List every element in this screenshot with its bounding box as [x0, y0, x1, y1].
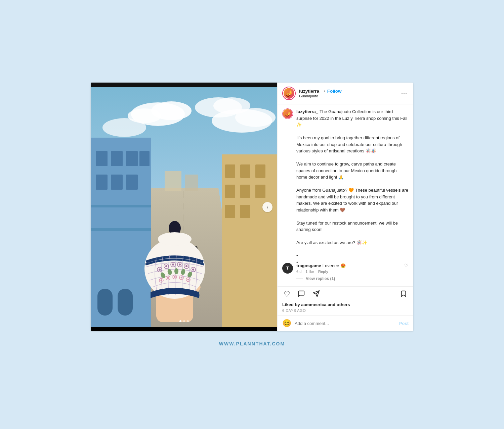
post-content-panel: 🪔 luzytierra_ • Follow Guanajuato ··· 🪔 … — [277, 83, 413, 331]
svg-point-54 — [165, 265, 167, 267]
svg-rect-23 — [222, 154, 277, 327]
svg-point-62 — [192, 269, 194, 271]
svg-point-71 — [167, 277, 169, 279]
comment-row: T tragosgameLoveeee 😍 6 d 1 like Reply ♡ — [282, 263, 409, 274]
view-replies-line — [296, 279, 303, 279]
caption-row: 🪔 luzytierra_The Guanajuato Collection i… — [282, 108, 409, 263]
svg-rect-21 — [91, 205, 151, 207]
bookmark-button[interactable] — [398, 289, 409, 300]
svg-rect-12 — [96, 151, 108, 166]
svg-point-56 — [172, 264, 174, 266]
svg-rect-30 — [225, 205, 235, 218]
svg-rect-25 — [240, 164, 250, 178]
caption-text: luzytierra_The Guanajuato Collection is … — [296, 108, 409, 263]
comment-like-icon[interactable]: ♡ — [404, 263, 409, 268]
svg-point-7 — [235, 108, 276, 127]
svg-point-65 — [174, 268, 178, 274]
svg-rect-28 — [240, 185, 250, 198]
dot-1 — [179, 320, 181, 322]
post-location: Guanajuato — [299, 94, 396, 98]
dot-separator: • — [324, 89, 325, 94]
svg-point-58 — [179, 264, 181, 266]
dot-3 — [187, 320, 189, 322]
svg-rect-19 — [97, 289, 113, 316]
svg-rect-17 — [111, 175, 123, 190]
svg-rect-18 — [126, 175, 138, 190]
avatar-image: 🪔 — [284, 88, 294, 99]
svg-rect-31 — [240, 205, 250, 218]
post-caption-area: 🪔 luzytierra_The Guanajuato Collection i… — [278, 104, 413, 263]
svg-point-8 — [102, 118, 146, 137]
svg-rect-22 — [91, 228, 151, 231]
commenter-username[interactable]: tragosgame — [296, 263, 321, 268]
svg-rect-15 — [139, 151, 150, 166]
svg-rect-27 — [225, 185, 235, 198]
svg-rect-16 — [96, 175, 108, 190]
view-replies-button[interactable]: View replies (1) — [306, 276, 335, 281]
svg-rect-32 — [165, 171, 181, 191]
comment-likes: 1 like — [305, 270, 314, 274]
comment-body: tragosgameLoveeee 😍 6 d 1 like Reply — [296, 263, 401, 274]
svg-point-52 — [159, 269, 161, 271]
post-card: › 🪔 luzytierra_ • Follow Guanajuato — [91, 83, 413, 331]
post-image: › — [91, 87, 277, 327]
emoji-button[interactable]: 😊 — [282, 319, 291, 328]
comment-text: tragosgameLoveeee 😍 — [296, 263, 401, 269]
timestamp-row: 6 DAYS AGO — [278, 308, 413, 315]
comment-section: T tragosgameLoveeee 😍 6 d 1 like Reply ♡… — [278, 263, 413, 286]
share-button[interactable] — [311, 289, 321, 300]
like-button[interactable]: ♡ — [282, 289, 292, 299]
svg-rect-20 — [118, 289, 133, 316]
svg-point-50 — [158, 232, 192, 246]
username-row: luzytierra_ • Follow — [299, 89, 396, 94]
caption-avatar-image: 🪔 — [283, 109, 292, 118]
add-comment-row: 😊 Post — [278, 315, 413, 331]
image-top-bar — [91, 83, 277, 87]
action-bar: ♡ — [278, 286, 413, 302]
more-options-button[interactable]: ··· — [400, 89, 409, 98]
likes-row: Liked by aammeerica and others — [278, 302, 413, 308]
image-dots — [179, 320, 189, 322]
post-comment-button[interactable]: Post — [399, 321, 409, 326]
profile-avatar[interactable]: 🪔 — [282, 87, 296, 100]
comment-time: 6 d — [296, 270, 301, 274]
follow-button[interactable]: Follow — [327, 89, 342, 94]
caption-username[interactable]: luzytierra_ — [296, 109, 318, 114]
caption-avatar: 🪔 — [282, 108, 293, 119]
post-header: 🪔 luzytierra_ • Follow Guanajuato ··· — [278, 83, 413, 104]
header-username[interactable]: luzytierra_ — [299, 89, 322, 94]
svg-point-77 — [187, 279, 189, 281]
svg-point-75 — [181, 277, 182, 279]
street-scene-svg — [91, 87, 277, 327]
svg-rect-29 — [255, 185, 265, 198]
view-replies-row: View replies (1) — [296, 276, 409, 281]
next-image-button[interactable]: › — [262, 202, 272, 212]
comment-meta: 6 d 1 like Reply — [296, 270, 401, 274]
comment-button[interactable] — [296, 289, 306, 300]
svg-rect-33 — [185, 175, 198, 191]
svg-point-69 — [161, 280, 162, 281]
svg-point-60 — [185, 265, 187, 267]
watermark: WWW.PLANNTHAT.COM — [219, 341, 285, 346]
svg-rect-14 — [126, 151, 138, 166]
svg-rect-13 — [111, 151, 123, 166]
post-image-panel: › — [91, 83, 277, 331]
svg-rect-24 — [225, 164, 235, 178]
header-info: luzytierra_ • Follow Guanajuato — [299, 89, 396, 98]
comment-avatar: T — [282, 263, 293, 274]
dot-2 — [183, 320, 185, 322]
comment-input[interactable] — [295, 321, 396, 326]
svg-rect-26 — [255, 164, 265, 178]
svg-point-73 — [174, 276, 176, 278]
reply-button[interactable]: Reply — [318, 270, 328, 274]
